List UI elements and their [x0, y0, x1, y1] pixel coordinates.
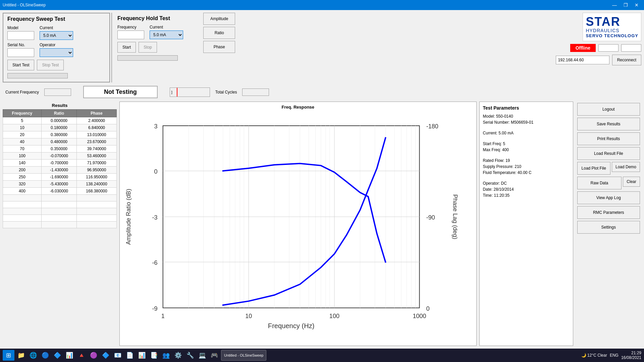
freq-hold-panel: Frequency Hold Test Frequency Current 5.… — [113, 13, 201, 82]
col-frequency: Frequency — [3, 110, 42, 117]
total-cycles-label: Total Cycles — [215, 90, 237, 95]
svg-text:Phase Lag (deg): Phase Lag (deg) — [452, 194, 459, 239]
hold-start-button[interactable]: Start — [117, 42, 136, 53]
minimize-button[interactable]: — — [609, 0, 620, 10]
logout-button[interactable]: Logout — [577, 103, 640, 116]
table-cell: 320 — [3, 181, 42, 188]
svg-text:Amplitude Ratio (dB): Amplitude Ratio (dB) — [125, 189, 132, 245]
restore-button[interactable]: ❐ — [621, 0, 631, 10]
bottom-section: Results Frequency Ratio Phase 50.0000002… — [3, 102, 641, 346]
status-input1[interactable] — [598, 44, 619, 52]
svg-text:-6: -6 — [152, 259, 158, 266]
taskbar-time: 21:29 16/08/2021 — [621, 351, 641, 360]
taskbar-lang: ENG — [610, 353, 619, 358]
taskbar-icon-app14[interactable]: ⚙️ — [173, 350, 183, 361]
taskbar-icon-app6[interactable]: 🔺 — [76, 350, 87, 361]
close-button[interactable]: ✕ — [632, 0, 641, 10]
taskbar-icon-app12[interactable]: 📑 — [149, 350, 159, 361]
taskbar-icon-edge[interactable]: 🔵 — [40, 350, 51, 361]
table-cell: 39.740000 — [77, 145, 117, 153]
taskbar-icon-app9[interactable]: 📧 — [112, 350, 123, 361]
chart-area: 3 0 -3 -6 -9 -180 -90 0 1 10 100 1000 Am… — [122, 111, 474, 343]
titlebar-title: Untitled - OLSineSweep — [3, 3, 46, 7]
print-results-button[interactable]: Print Results — [577, 132, 640, 145]
start-button[interactable]: ⊞ — [3, 350, 14, 361]
taskbar-weather: 🌙 12°C Clear — [581, 353, 607, 358]
load-plot-file-button[interactable]: Load Plot File — [577, 162, 610, 175]
load-result-file-button[interactable]: Load Result File — [577, 147, 640, 160]
start-test-button[interactable]: Start Test — [7, 60, 34, 70]
taskbar-icon-app13[interactable]: 👥 — [161, 350, 171, 361]
current-group: Current 5.0 mA 10.0 mA 20.0 mA — [40, 25, 73, 40]
operator-select[interactable] — [40, 48, 73, 57]
reconnect-button[interactable]: Reconnect — [612, 55, 641, 65]
time-display: 21:29 — [621, 351, 641, 355]
svg-text:3: 3 — [154, 123, 158, 130]
params-title: Test Parameters — [483, 105, 570, 111]
table-cell: -1.690000 — [41, 174, 76, 181]
test-btn-row: Start Test Stop Test — [7, 60, 105, 70]
offline-row: Offline — [570, 44, 641, 52]
taskbar-icon-vscode[interactable]: 🔷 — [52, 350, 63, 361]
table-cell: 250 — [3, 174, 42, 181]
load-demo-button[interactable]: Load Demo — [612, 162, 640, 172]
table-cell: 53.460000 — [77, 153, 117, 160]
param-date: Date: 28/10/2014 — [483, 187, 570, 192]
save-results-button[interactable]: Save Results — [577, 118, 640, 130]
taskbar-icon-app8[interactable]: 🔷 — [100, 350, 111, 361]
results-panel: Results Frequency Ratio Phase 50.0000002… — [3, 102, 117, 346]
ip-input[interactable] — [556, 56, 609, 64]
operator-group: Operator — [40, 43, 73, 57]
raw-data-button[interactable]: Raw Data — [577, 177, 622, 189]
table-cell: -6.030000 — [41, 188, 76, 195]
svg-text:10: 10 — [245, 313, 252, 319]
col-ratio: Ratio — [41, 110, 76, 117]
table-cell: 116.950000 — [77, 174, 117, 181]
taskbar-active-app[interactable]: Untitled - OLSineSweep — [221, 350, 266, 361]
ratio-button[interactable]: Ratio — [203, 27, 235, 39]
view-app-log-button[interactable]: View App Log — [577, 191, 640, 204]
taskbar-right: 🌙 12°C Clear ENG 21:29 16/08/2021 — [581, 351, 641, 360]
taskbar-icon-chrome[interactable]: 🌐 — [28, 350, 39, 361]
servo-text: SERVO TECHNOLOGY — [586, 33, 638, 38]
model-input[interactable] — [7, 31, 34, 40]
current-label: Current — [40, 25, 73, 30]
not-testing-box: Not Testing — [83, 86, 158, 98]
hold-current-select[interactable]: 5.0 mA — [150, 31, 183, 39]
table-row-empty — [3, 208, 117, 215]
taskbar-icon-app7[interactable]: 🟣 — [88, 350, 99, 361]
settings-button[interactable]: Settings — [577, 221, 640, 234]
svg-text:-180: -180 — [426, 123, 438, 130]
hold-stop-button[interactable]: Stop — [139, 42, 157, 53]
not-testing-text: Not Testing — [104, 88, 137, 95]
serial-input[interactable] — [7, 48, 34, 57]
taskbar-icon-app15[interactable]: 🔧 — [185, 350, 196, 361]
param-supply-pressure: Supply Pressure: 210 — [483, 164, 570, 169]
taskbar-icon-app16[interactable]: 💻 — [197, 350, 208, 361]
status-input2[interactable] — [621, 44, 641, 52]
rmc-parameters-button[interactable]: RMC Parameters — [577, 206, 640, 219]
hold-frequency-input[interactable] — [117, 31, 144, 39]
taskbar-icon-app5[interactable]: 📊 — [64, 350, 75, 361]
current-freq-input[interactable] — [44, 88, 71, 96]
taskbar-icon-app10[interactable]: 📄 — [124, 350, 135, 361]
vertical-divider — [111, 13, 112, 82]
taskbar-icon-app17[interactable]: 🎮 — [209, 350, 220, 361]
offline-badge: Offline — [570, 44, 596, 52]
stop-test-button[interactable]: Stop Test — [37, 60, 64, 70]
status-row: Current Frequency Not Testing ] Total Cy… — [3, 84, 641, 100]
phase-button[interactable]: Phase — [203, 41, 235, 53]
taskbar: ⊞ 📁 🌐 🔵 🔷 📊 🔺 🟣 🔷 📧 📄 📊 📑 👥 ⚙️ 🔧 💻 🎮 Unt… — [0, 349, 644, 362]
svg-text:0: 0 — [154, 168, 158, 175]
amplitude-button[interactable]: Amplitude — [203, 13, 235, 25]
param-start-freq: Start Freq: 5 — [483, 141, 570, 146]
table-row: 200.38000013.010000 — [3, 131, 117, 138]
load-plot-row: Load Plot File Load Demo — [577, 162, 640, 175]
current-select[interactable]: 5.0 mA 10.0 mA 20.0 mA — [40, 31, 73, 40]
taskbar-icon-file[interactable]: 📁 — [16, 350, 26, 361]
clear-button[interactable]: Clear — [623, 177, 640, 187]
taskbar-icon-app11[interactable]: 📊 — [137, 350, 147, 361]
test-params-panel: Test Parameters Model: 550-0140 Serial N… — [479, 102, 573, 346]
table-cell: 2.400000 — [77, 117, 117, 124]
total-cycles-input[interactable] — [242, 88, 269, 96]
